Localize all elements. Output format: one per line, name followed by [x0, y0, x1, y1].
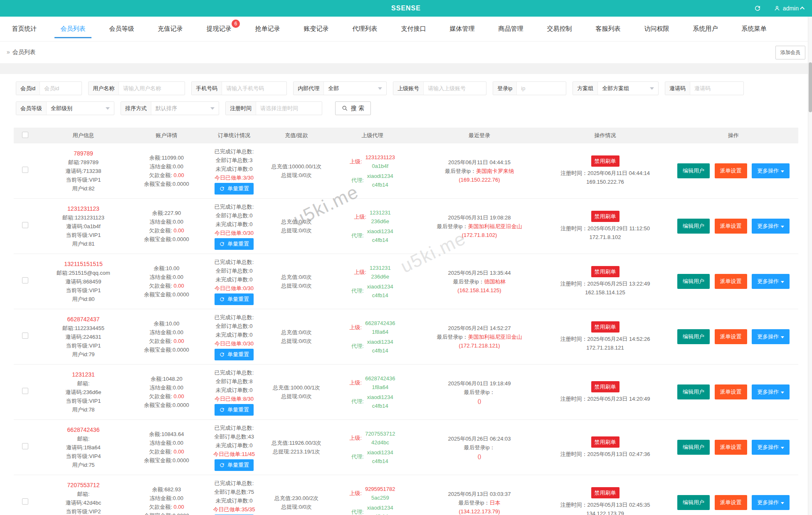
reset-order-button[interactable]: 单量重置: [215, 459, 254, 471]
add-member-button[interactable]: 添加会员: [775, 46, 805, 59]
refresh-icon[interactable]: [754, 5, 761, 12]
dispatch-settings-button[interactable]: 派单设置: [715, 219, 747, 234]
nav-tab[interactable]: 充值记录: [146, 17, 195, 41]
ban-order-badge[interactable]: 禁用刷单: [591, 211, 619, 222]
scrollbar-track[interactable]: [808, 17, 812, 515]
cell-actions: 编辑用户 派单设置 更多操作: [669, 420, 798, 475]
edit-user-button[interactable]: 编辑用户: [677, 384, 710, 399]
row-checkbox[interactable]: [22, 443, 28, 449]
invite-code-input[interactable]: [690, 82, 743, 95]
search-icon: [342, 105, 348, 111]
filter-sort: 排序方式 默认排序: [121, 101, 219, 115]
username-input[interactable]: [119, 82, 185, 95]
reg-time-input[interactable]: [256, 102, 322, 115]
scrollbar-thumb[interactable]: [809, 62, 812, 112]
search-button[interactable]: 搜 索: [335, 101, 371, 115]
ban-order-badge[interactable]: 禁用刷单: [591, 155, 619, 167]
more-actions-button[interactable]: 更多操作: [752, 219, 790, 234]
filter-label: 邀请码: [665, 82, 690, 95]
nav-tab[interactable]: 媒体管理: [438, 17, 486, 41]
nav-tab[interactable]: 客服列表: [584, 17, 632, 41]
more-actions-button[interactable]: 更多操作: [752, 274, 790, 289]
parent-account: 7207553712: [365, 429, 395, 438]
nav-tab[interactable]: 系统菜单: [730, 17, 778, 41]
nav-tab[interactable]: 账变记录: [292, 17, 341, 41]
reset-order-button[interactable]: 单量重置: [215, 183, 254, 195]
plan-group-select[interactable]: 全部方案组: [598, 82, 658, 95]
internal-agent-select[interactable]: 全部: [324, 82, 386, 95]
chevron-down-icon: [106, 107, 110, 110]
select-all-checkbox[interactable]: [22, 132, 28, 138]
more-actions-button[interactable]: 更多操作: [752, 163, 790, 178]
nav-tab[interactable]: 提现记录 6: [195, 17, 243, 41]
cell-order-stats: 已完成订单总数: 全部订单总数:75 未完成订单数:0 今日已做单:35/35 …: [203, 475, 265, 515]
edit-user-button[interactable]: 编辑用户: [677, 274, 710, 289]
nav-tab[interactable]: 代理列表: [341, 17, 389, 41]
chevron-down-icon: [650, 87, 654, 90]
parent-account: 6628742436: [365, 374, 395, 383]
nav-tab[interactable]: 商品管理: [486, 17, 535, 41]
user-menu[interactable]: admin: [774, 5, 805, 12]
dispatch-settings-button[interactable]: 派单设置: [715, 384, 747, 399]
breadcrumb-row: »会员列表 添加会员: [0, 42, 812, 63]
more-actions-button[interactable]: 更多操作: [752, 495, 790, 510]
nav-tab[interactable]: 访问权限: [632, 17, 681, 41]
ban-order-badge[interactable]: 禁用刷单: [591, 487, 619, 498]
reset-order-button[interactable]: 单量重置: [215, 349, 254, 360]
row-checkbox[interactable]: [22, 277, 28, 283]
dispatch-settings-button[interactable]: 派单设置: [715, 274, 747, 289]
reset-order-button[interactable]: 单量重置: [215, 404, 254, 416]
reset-order-button[interactable]: 单量重置: [215, 293, 254, 305]
phone-input[interactable]: [222, 82, 286, 95]
row-checkbox[interactable]: [22, 222, 28, 228]
nav-tab-label: 交易控制: [547, 25, 572, 32]
nav-tab[interactable]: 会员等级: [97, 17, 146, 41]
cell-account-detail: 余额:227.90 冻结金额:0.00 欠款金额: 0.00 余额宝金额:0.0…: [130, 199, 203, 254]
edit-user-button[interactable]: 编辑用户: [677, 163, 710, 178]
dispatch-settings-button[interactable]: 派单设置: [715, 495, 747, 510]
nav-tab[interactable]: 抢单记录: [243, 17, 292, 41]
more-actions-button[interactable]: 更多操作: [752, 329, 790, 344]
page-divider: [0, 63, 812, 74]
dispatch-settings-button[interactable]: 派单设置: [715, 329, 747, 344]
notification-badge: 6: [232, 20, 240, 28]
login-time: 2025年05月31日 19:08:28: [417, 213, 542, 222]
refresh-icon: [219, 186, 225, 192]
row-checkbox[interactable]: [22, 498, 28, 505]
member-level-select[interactable]: 全部级别: [47, 102, 114, 115]
nav-tab[interactable]: 交易控制: [535, 17, 584, 41]
dispatch-settings-button[interactable]: 派单设置: [715, 440, 747, 455]
sort-select[interactable]: 默认排序: [151, 102, 219, 115]
chevron-down-icon: [781, 226, 784, 228]
nav-tab[interactable]: 支付接口: [389, 17, 438, 41]
login-time: 2025年05月24日 14:52:27: [417, 324, 542, 333]
ban-order-badge[interactable]: 禁用刷单: [591, 436, 619, 448]
chevron-down-icon: [781, 336, 784, 338]
reset-order-button[interactable]: 单量重置: [215, 238, 254, 250]
user-name: admin: [783, 5, 799, 12]
cell-order-stats: 已完成订单总数: 全部订单总数:8 未完成订单数:0 今日已做单:8/30 单量…: [203, 365, 265, 420]
nav-tab[interactable]: 会员列表: [49, 17, 97, 41]
ban-order-badge[interactable]: 禁用刷单: [591, 321, 619, 333]
cell-last-login: 2025年05月25日 13:35:44 最后登录ip：德国柏林 (162.15…: [417, 254, 542, 309]
more-actions-button[interactable]: 更多操作: [752, 384, 790, 399]
nav-tab[interactable]: 首页统计: [0, 17, 49, 41]
member-id-input[interactable]: [40, 82, 81, 95]
ban-order-badge[interactable]: 禁用刷单: [591, 266, 619, 277]
more-actions-button[interactable]: 更多操作: [752, 440, 790, 455]
edit-user-button[interactable]: 编辑用户: [677, 440, 710, 455]
dispatch-settings-button[interactable]: 派单设置: [715, 163, 747, 178]
cell-last-login: 2025年06月11日 04:44:15 最后登录ip：美国南卡罗来纳 (169…: [417, 143, 542, 199]
edit-user-button[interactable]: 编辑用户: [677, 495, 710, 510]
edit-user-button[interactable]: 编辑用户: [677, 219, 710, 234]
parent-account-input[interactable]: [424, 82, 486, 95]
row-checkbox[interactable]: [22, 333, 28, 339]
nav-tab-label: 商品管理: [499, 25, 523, 32]
row-checkbox[interactable]: [22, 388, 28, 394]
login-ip-input[interactable]: [517, 82, 566, 95]
edit-user-button[interactable]: 编辑用户: [677, 329, 710, 344]
ban-order-badge[interactable]: 禁用刷单: [591, 381, 619, 392]
cell-order-stats: 已完成订单总数: 全部订单总数:3 未完成订单数:0 今日已做单:3/30 单量…: [203, 143, 265, 199]
nav-tab[interactable]: 系统用户: [681, 17, 730, 41]
row-checkbox[interactable]: [22, 167, 28, 173]
